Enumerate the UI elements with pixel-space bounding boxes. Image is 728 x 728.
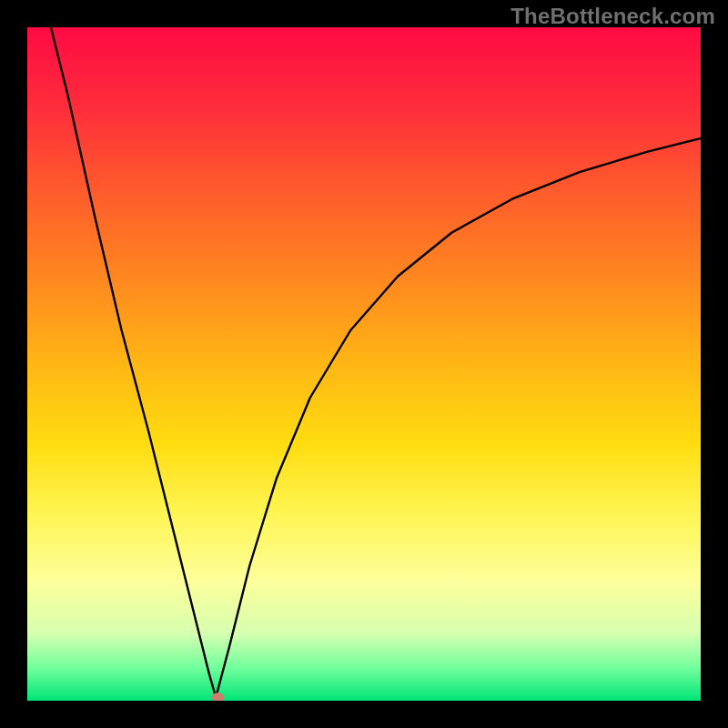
vertex-marker (211, 693, 224, 701)
curve-left-branch (51, 27, 216, 697)
chart-frame: TheBottleneck.com (0, 0, 728, 728)
plot-area (27, 27, 701, 701)
curve-right-branch (216, 138, 701, 697)
watermark-text: TheBottleneck.com (511, 4, 715, 29)
curve-svg (27, 27, 701, 701)
